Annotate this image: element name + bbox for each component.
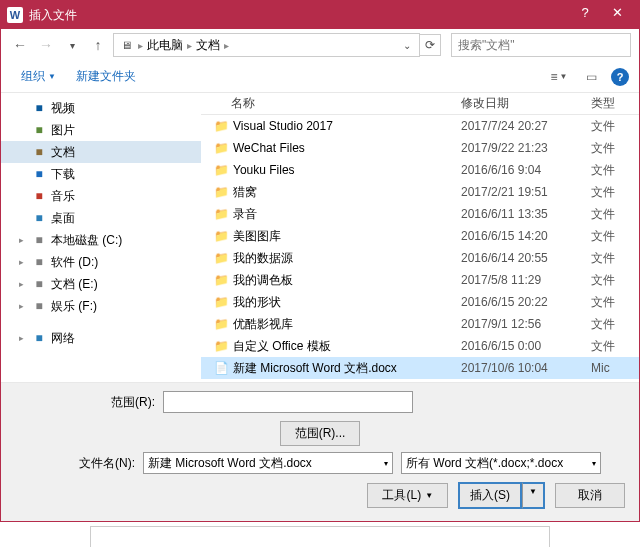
expand-icon[interactable]: ▸ xyxy=(15,301,27,311)
tree-item[interactable]: ▸■网络 xyxy=(1,327,201,349)
folder-icon: 📁 xyxy=(213,184,229,200)
file-date: 2017/2/21 19:51 xyxy=(461,185,591,199)
file-name: 我的调色板 xyxy=(233,272,293,289)
col-name[interactable]: 名称 xyxy=(201,95,461,112)
breadcrumb-root[interactable]: 此电脑 xyxy=(147,37,183,54)
file-row[interactable]: 📁优酷影视库2017/9/1 12:56文件 xyxy=(201,313,639,335)
file-row[interactable]: 📁录音2016/6/11 13:35文件 xyxy=(201,203,639,225)
col-type[interactable]: 类型 xyxy=(591,95,639,112)
tree-item-label: 娱乐 (F:) xyxy=(51,298,97,315)
file-row[interactable]: 📁我的数据源2016/6/14 20:55文件 xyxy=(201,247,639,269)
tree-item-label: 下载 xyxy=(51,166,75,183)
file-type: 文件 xyxy=(591,316,639,333)
file-row[interactable]: 📁美图图库2016/6/15 14:20文件 xyxy=(201,225,639,247)
tree-item[interactable]: ▸■软件 (D:) xyxy=(1,251,201,273)
file-row[interactable]: 📁Visual Studio 20172017/7/24 20:27文件 xyxy=(201,115,639,137)
file-date: 2016/6/14 20:55 xyxy=(461,251,591,265)
tree-item[interactable]: ▸■娱乐 (F:) xyxy=(1,295,201,317)
file-type: 文件 xyxy=(591,162,639,179)
organize-button[interactable]: 组织▼ xyxy=(11,65,66,88)
file-type: 文件 xyxy=(591,272,639,289)
file-pane: 名称 修改日期 类型 📁Visual Studio 20172017/7/24 … xyxy=(201,93,639,382)
file-name: 美图图库 xyxy=(233,228,281,245)
i-net-icon: ■ xyxy=(31,330,47,346)
bottom-panel: 范围(R): 范围(R)... 文件名(N): 新建 Microsoft Wor… xyxy=(1,383,639,521)
preview-pane-button[interactable]: ▭ xyxy=(579,67,603,87)
file-name: 自定义 Office 模板 xyxy=(233,338,331,355)
file-list[interactable]: 📁Visual Studio 20172017/7/24 20:27文件📁WeC… xyxy=(201,115,639,380)
dialog-title: 插入文件 xyxy=(29,7,569,24)
chevron-right-icon: ▸ xyxy=(222,40,231,51)
tree-item-label: 网络 xyxy=(51,330,75,347)
tree-item[interactable]: ■音乐 xyxy=(1,185,201,207)
back-button[interactable]: ← xyxy=(9,34,31,56)
refresh-button[interactable]: ⟳ xyxy=(419,34,441,56)
tree-item[interactable]: ■桌面 xyxy=(1,207,201,229)
folder-icon: 📁 xyxy=(213,228,229,244)
file-name: 录音 xyxy=(233,206,257,223)
history-dropdown[interactable]: ▾ xyxy=(61,34,83,56)
filename-combobox[interactable]: 新建 Microsoft Word 文档.docx▾ xyxy=(143,452,393,474)
tree-item[interactable]: ■图片 xyxy=(1,119,201,141)
file-date: 2017/9/1 12:56 xyxy=(461,317,591,331)
new-folder-button[interactable]: 新建文件夹 xyxy=(66,65,146,88)
expand-icon[interactable]: ▸ xyxy=(15,235,27,245)
folder-icon: 📁 xyxy=(213,206,229,222)
help-icon[interactable]: ? xyxy=(611,68,629,86)
folder-tree[interactable]: ■视频■图片■文档■下载■音乐■桌面▸■本地磁盘 (C:)▸■软件 (D:)▸■… xyxy=(1,93,201,382)
tools-button[interactable]: 工具(L)▼ xyxy=(367,483,448,508)
i-video-icon: ■ xyxy=(31,100,47,116)
domain-input[interactable] xyxy=(90,526,550,547)
file-row[interactable]: 📁猎窝2017/2/21 19:51文件 xyxy=(201,181,639,203)
file-name: WeChat Files xyxy=(233,141,305,155)
sys-buttons: ? ✕ xyxy=(569,5,633,25)
expand-icon[interactable]: ▸ xyxy=(15,257,27,267)
file-name: 我的数据源 xyxy=(233,250,293,267)
file-row[interactable]: 📁Youku Files2016/6/16 9:04文件 xyxy=(201,159,639,181)
file-row[interactable]: 📄新建 Microsoft Word 文档.docx2017/10/6 10:0… xyxy=(201,357,639,379)
view-mode-button[interactable]: ≡▼ xyxy=(547,67,571,87)
word-app-icon: W xyxy=(7,7,23,23)
breadcrumb-drop[interactable]: ⌄ xyxy=(399,40,415,51)
file-row[interactable]: 📁自定义 Office 模板2016/6/15 0:00文件 xyxy=(201,335,639,357)
breadcrumb-folder[interactable]: 文档 xyxy=(196,37,220,54)
dialog-body: ■视频■图片■文档■下载■音乐■桌面▸■本地磁盘 (C:)▸■软件 (D:)▸■… xyxy=(1,93,639,383)
file-row[interactable]: 📁WeChat Files2017/9/22 21:23文件 xyxy=(201,137,639,159)
expand-icon[interactable]: ▸ xyxy=(15,279,27,289)
forward-button[interactable]: → xyxy=(35,34,57,56)
insert-button[interactable]: 插入(S) xyxy=(458,482,522,509)
range-button[interactable]: 范围(R)... xyxy=(280,421,361,446)
tree-item-label: 软件 (D:) xyxy=(51,254,98,271)
range-input[interactable] xyxy=(163,391,413,413)
insert-dropdown[interactable]: ▼ xyxy=(522,482,545,509)
chevron-right-icon: ▸ xyxy=(185,40,194,51)
file-type: 文件 xyxy=(591,228,639,245)
insert-split-button[interactable]: 插入(S) ▼ xyxy=(458,482,545,509)
file-row[interactable]: 📁我的调色板2017/5/8 11:29文件 xyxy=(201,269,639,291)
folder-icon: 📁 xyxy=(213,162,229,178)
file-filter-dropdown[interactable]: 所有 Word 文档(*.docx;*.docx▾ xyxy=(401,452,601,474)
tree-item[interactable]: ■文档 xyxy=(1,141,201,163)
file-date: 2017/9/22 21:23 xyxy=(461,141,591,155)
i-down-icon: ■ xyxy=(31,166,47,182)
file-row[interactable]: 📁我的形状2016/6/15 20:22文件 xyxy=(201,291,639,313)
help-sys-button[interactable]: ? xyxy=(569,5,601,25)
tree-item[interactable]: ■视频 xyxy=(1,97,201,119)
cancel-button[interactable]: 取消 xyxy=(555,483,625,508)
i-pic-icon: ■ xyxy=(31,122,47,138)
i-disk-icon: ■ xyxy=(31,298,47,314)
tree-item[interactable]: ▸■文档 (E:) xyxy=(1,273,201,295)
col-date[interactable]: 修改日期 xyxy=(461,95,591,112)
tree-item[interactable]: ■下载 xyxy=(1,163,201,185)
close-sys-button[interactable]: ✕ xyxy=(601,5,633,25)
up-button[interactable]: ↑ xyxy=(87,34,109,56)
tree-item[interactable]: ▸■本地磁盘 (C:) xyxy=(1,229,201,251)
folder-icon: 📁 xyxy=(213,294,229,310)
file-date: 2016/6/15 0:00 xyxy=(461,339,591,353)
file-type: 文件 xyxy=(591,250,639,267)
search-input[interactable] xyxy=(451,33,631,57)
tree-item-label: 图片 xyxy=(51,122,75,139)
file-type: 文件 xyxy=(591,294,639,311)
breadcrumb[interactable]: 🖥 ▸ 此电脑 ▸ 文档 ▸ ⌄ xyxy=(113,33,420,57)
expand-icon[interactable]: ▸ xyxy=(15,333,27,343)
